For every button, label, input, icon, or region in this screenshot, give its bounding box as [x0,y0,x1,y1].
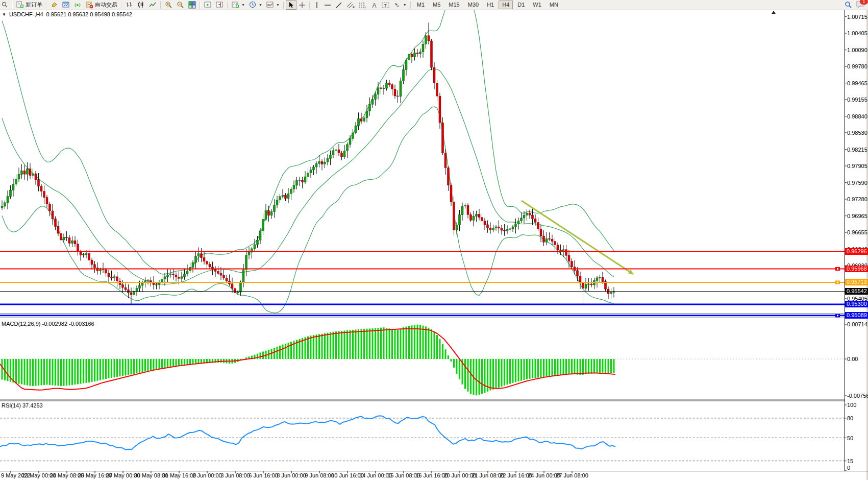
vertical-line-tool-button[interactable] [312,0,322,10]
y-axis-tick: 0.96965 [847,213,867,219]
text-label-tool-button[interactable]: T [380,0,391,10]
mt4-terminal: { "toolbar": { "new_order": "新订单", "auto… [0,0,868,480]
cursor-tool-button[interactable] [286,0,296,10]
candlestick-mode-button[interactable] [135,0,147,10]
symbol-dropdown-icon[interactable]: ▼ [2,12,6,17]
chevron-down-icon: ▼ [259,3,262,7]
text-icon: A [371,2,378,9]
zoom-out-icon [177,1,184,9]
equidistant-channel-icon: E [346,2,355,9]
add-indicator-icon [232,1,239,9]
x-axis-tick: 6 Jun 16:00 [249,472,278,478]
search-icon[interactable] [845,1,852,9]
auto-scroll-button[interactable] [202,0,214,10]
tab-timeframe-M15[interactable]: M15 [445,1,463,9]
line-chart-mode-button[interactable] [147,0,159,10]
tab-timeframe-H4[interactable]: H4 [499,1,513,9]
arrows-tool-button[interactable]: ▼ [391,0,409,10]
y-axis-tick: 0.97280 [847,196,867,202]
price-level-badge: 0.95713 [845,279,868,285]
horizontal-line-tool-button[interactable] [322,0,333,10]
toolbar-separator [200,2,201,9]
tab-timeframe-H1[interactable]: H1 [483,1,498,9]
x-axis-tick: 3 Jun 08:00 [220,472,250,478]
tab-timeframe-M5[interactable]: M5 [429,1,444,9]
tab-timeframe-MN[interactable]: MN [546,1,562,9]
toolbar-separator [309,2,310,9]
arrows-icon [393,2,401,9]
clipped-left-icon[interactable] [0,0,10,10]
x-axis-tick: 9 Jun 08:00 [305,472,334,478]
rsi-axis-tick: 100 [847,402,856,408]
macd-indicator-label: MACD(12,26,9) -0.002982 -0.003166 [2,321,94,327]
text-tool-button[interactable]: A [369,0,380,10]
templates-button[interactable]: ▼ [264,0,282,10]
chevron-down-icon: ▼ [276,3,280,7]
notification-badge: 1 [860,0,868,5]
chart-shift-icon [216,1,224,9]
timeframe-group: M1M5M15M30H1H4D1W1MN [413,1,562,9]
candlestick-icon [137,1,145,9]
rsi-axis-tick: 80 [847,415,853,421]
line-chart-icon [149,1,157,9]
x-axis-tick: 31 May 16:00 [162,472,196,478]
current-price-badge: 0.95542 [845,288,868,295]
crosshair-tool-button[interactable] [296,0,308,10]
svg-text:T: T [384,3,387,8]
toolbar-separator [160,2,161,9]
zoom-in-button[interactable] [163,0,175,10]
trendline-icon [335,2,342,9]
tile-windows-button[interactable] [186,0,198,10]
price-level-badge: 0.96296 [845,248,868,255]
auto-trading-label: 自动交易 [95,1,117,9]
rsi-axis-tick: 15 [847,458,853,464]
periods-button[interactable]: ▼ [247,0,264,10]
toolbar-separator [46,2,47,9]
new-order-icon [16,1,24,9]
auto-trading-icon [86,1,93,9]
new-order-label: 新订单 [26,1,42,9]
chart-window-icon [62,1,70,9]
signals-button[interactable] [72,0,84,10]
zoom-in-icon [165,1,172,9]
fibonacci-icon: F [359,2,367,9]
auto-scroll-icon [204,1,212,9]
symbol-ohlc-values: 0.95621 0.95632 0.95498 0.95542 [46,11,132,17]
y-axis-tick: 0.97590 [847,180,867,186]
styles-button[interactable] [48,0,60,10]
channel-tool-button[interactable]: E [344,0,357,10]
y-axis-tick: 0.99155 [847,97,867,103]
cursor-icon [288,2,294,9]
notifications-button[interactable]: 1 [856,1,865,9]
fibonacci-tool-button[interactable]: F [357,0,369,10]
chart-canvas[interactable] [0,0,868,480]
crosshair-icon [299,2,306,9]
rsi-axis-tick: 50 [847,435,853,441]
zoom-out-button[interactable] [175,0,186,10]
vertical-line-icon [314,2,320,9]
trendline-tool-button[interactable] [333,0,344,10]
price-level-badge: 0.95300 [845,301,868,307]
new-order-button[interactable]: 新订单 [14,0,44,10]
clock-icon [249,1,257,9]
y-axis-tick: 0.97905 [847,163,867,169]
bar-chart-mode-button[interactable] [123,0,135,10]
y-axis-tick: 1.00405 [847,30,867,36]
tile-windows-icon [188,1,196,9]
tab-timeframe-M30[interactable]: M30 [464,1,482,9]
indicators-button[interactable]: ▼ [230,0,247,10]
rsi-axis-tick: 0 [847,465,850,471]
chart-shift-button[interactable] [214,0,226,10]
auto-trading-button[interactable]: 自动交易 [84,0,119,10]
chart-window-button[interactable] [60,0,72,10]
toolbar-separator [227,2,228,9]
svg-text:A: A [372,2,376,9]
tab-timeframe-W1[interactable]: W1 [529,1,545,9]
toolbar-separator [12,2,13,9]
chevron-down-icon: ▼ [241,3,245,7]
macd-axis-tick: -0.007561 [847,393,868,399]
tab-timeframe-D1[interactable]: D1 [514,1,528,9]
price-level-badge: 0.95089 [845,312,868,319]
tab-timeframe-M1[interactable]: M1 [413,1,428,9]
toolbar-separator [283,2,284,9]
